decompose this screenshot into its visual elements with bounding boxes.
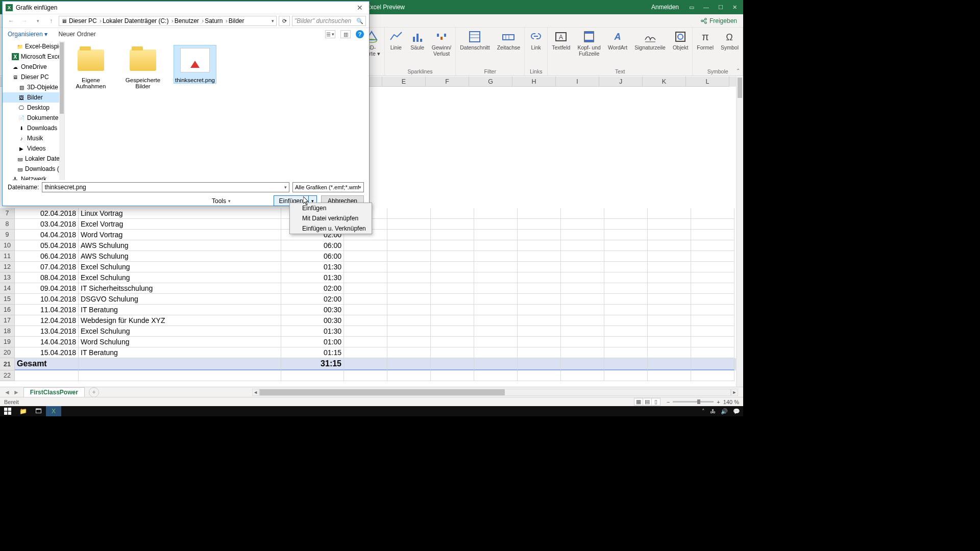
table-row[interactable]: 1308.04.2018Excel Schulung01:30 (0, 272, 736, 283)
nav-back-icon[interactable]: ← (6, 17, 17, 24)
table-row[interactable]: 1207.04.2018Excel Schulung01:30 (0, 262, 736, 272)
address-bar[interactable]: 🖥 Dieser PCLokaler Datenträger (C:)Benut… (59, 16, 277, 26)
menu-item[interactable]: Einfügen (290, 203, 372, 213)
table-row[interactable]: 1510.04.2018DSGVO Schulung02:00 (0, 294, 736, 305)
column-header[interactable]: G (469, 77, 512, 87)
column-header[interactable]: L (686, 77, 729, 87)
window-maximize-icon[interactable]: ☐ (718, 4, 723, 11)
textbox-icon[interactable]: ATextfeld (552, 30, 570, 57)
tree-item[interactable]: 📄Dokumente (3, 113, 64, 123)
window-close-icon[interactable]: ✕ (732, 4, 737, 11)
horizontal-scrollbar[interactable]: ◄► (252, 389, 738, 396)
start-button[interactable] (0, 406, 15, 416)
file-item[interactable]: thinksecret.png (174, 45, 216, 83)
breadcrumb-item[interactable]: Benutzer (175, 17, 205, 24)
file-list[interactable]: Eigene AufnahmenGespeicherte Bilderthink… (65, 41, 369, 180)
tree-item[interactable]: 🖵Desktop (3, 103, 64, 113)
view-layout-icon[interactable]: ▤ (643, 398, 652, 406)
organize-menu[interactable]: Organisieren ▾ (8, 31, 47, 38)
taskbar-app-icon[interactable]: 🗔 (31, 406, 46, 416)
link-icon[interactable]: Link (529, 30, 543, 51)
search-input[interactable]: "Bilder" durchsuchen🔍 (292, 16, 366, 26)
sheet-tab[interactable]: FirstClassPower (23, 387, 85, 397)
folder-item[interactable]: Eigene Aufnahmen (70, 45, 112, 89)
table-row[interactable]: 1712.04.2018Webdesign für Kunde XYZ00:30 (0, 315, 736, 326)
view-mode-button[interactable]: ☰▾ (325, 30, 335, 38)
signature-icon[interactable]: Signaturzeile (634, 30, 666, 57)
wordart-icon[interactable]: AWordArt (608, 30, 627, 57)
breadcrumb-item[interactable]: Lokaler Datenträger (C:) (103, 17, 175, 24)
signin-link[interactable]: Anmelden (651, 4, 679, 11)
window-minimize-icon[interactable]: — (703, 4, 709, 11)
taskbar-explorer-icon[interactable]: 📁 (15, 406, 31, 416)
dialog-close-icon[interactable]: ✕ (354, 4, 366, 12)
winloss-icon[interactable]: Gewinn/Verlust (432, 30, 452, 57)
breadcrumb-item[interactable]: Dieser PC (69, 17, 103, 24)
view-normal-icon[interactable]: ▦ (634, 398, 643, 406)
share-button[interactable]: Freigeben (700, 17, 737, 24)
breadcrumb-item[interactable]: Bilder (229, 17, 247, 24)
table-row[interactable]: 1106.04.2018AWS Schulung06:00 (0, 251, 736, 262)
column-header[interactable]: E (382, 77, 426, 87)
add-sheet-button[interactable]: ＋ (89, 387, 99, 397)
tree-item[interactable]: 🖴Downloads (\\vt (3, 164, 64, 174)
tree-item[interactable]: 🖧Netzwerk (3, 174, 64, 180)
filename-input[interactable]: thinksecret.png▾ (42, 182, 289, 192)
tree-item[interactable]: 📁Excel-Beispiele (3, 41, 64, 52)
folder-item[interactable]: Gespeicherte Bilder (122, 45, 164, 89)
table-row[interactable]: 22 (0, 370, 736, 381)
table-row[interactable]: 1813.04.2018Excel Schulung01:30 (0, 326, 736, 337)
column-header[interactable]: J (599, 77, 643, 87)
column-icon[interactable]: Säule (410, 30, 425, 57)
tree-item[interactable]: ⬇Downloads (3, 123, 64, 133)
tree-item[interactable]: 🖼Bilder (3, 92, 64, 103)
slicer-icon[interactable]: Datenschnitt (460, 30, 489, 51)
sheet-nav-prev-icon[interactable]: ◄ (4, 389, 10, 396)
tree-item[interactable]: 🖴Lokaler Datenträ (3, 154, 64, 164)
tree-item[interactable]: ♪Musik (3, 133, 64, 143)
view-break-icon[interactable]: ▯ (651, 398, 660, 406)
tools-menu[interactable]: Tools ▾ (212, 197, 231, 205)
table-row[interactable]: 1005.04.2018AWS Schulung06:00 (0, 240, 736, 251)
dialog-titlebar[interactable]: XGrafik einfügen ✕ (3, 2, 369, 14)
menu-item[interactable]: Mit Datei verknüpfen (290, 213, 372, 223)
tree-item[interactable]: ☁OneDrive (3, 62, 64, 72)
tray-network-icon[interactable]: 🖧 (710, 408, 716, 414)
breadcrumb-item[interactable]: Saturn (205, 17, 229, 24)
tray-volume-icon[interactable]: 🔊 (721, 408, 728, 415)
tree-item[interactable]: ▶Videos (3, 143, 64, 154)
vertical-scrollbar[interactable] (736, 77, 743, 387)
column-header[interactable]: H (512, 77, 556, 87)
column-header[interactable]: F (426, 77, 469, 87)
tray-expand-icon[interactable]: ˄ (702, 408, 705, 415)
header-footer-icon[interactable]: Kopf- undFußzeile (577, 30, 601, 57)
tree-scrollbar[interactable] (59, 41, 64, 180)
window-ribbon-options-icon[interactable]: ▭ (689, 4, 694, 11)
zoom-slider[interactable] (673, 401, 714, 403)
collapse-ribbon-icon[interactable]: ⌃ (736, 68, 740, 73)
equation-icon[interactable]: πFormel (697, 30, 714, 51)
line-icon[interactable]: Linie (389, 30, 403, 57)
zoom-in-icon[interactable]: + (717, 399, 720, 405)
preview-pane-button[interactable]: ▥ (340, 30, 351, 38)
table-row[interactable]: 1611.04.2018IT Beratung00:30 (0, 305, 736, 315)
table-row[interactable]: 1914.04.2018Word Schulung01:00 (0, 337, 736, 347)
symbol-icon[interactable]: ΩSymbol (721, 30, 739, 51)
insert-options-menu[interactable]: EinfügenMit Datei verknüpfenEinfügen u. … (289, 203, 372, 234)
new-folder-button[interactable]: Neuer Ordner (58, 31, 95, 38)
nav-up-icon[interactable]: ↑ (45, 17, 57, 24)
tree-item[interactable]: XMicrosoft Excel (3, 52, 64, 62)
sheet-nav-next-icon[interactable]: ► (13, 389, 19, 396)
folder-tree[interactable]: 📁Excel-BeispieleXMicrosoft Excel☁OneDriv… (3, 41, 65, 180)
menu-item[interactable]: Einfügen u. Verknüpfen (290, 223, 372, 234)
tray-notification-icon[interactable]: 💬 (733, 408, 740, 415)
column-header[interactable]: I (556, 77, 599, 87)
filetype-filter[interactable]: Alle Grafiken (*.emf;*.wmf;*.jpg▾ (292, 182, 364, 192)
table-row[interactable]: 2015.04.2018IT Beratung01:15 (0, 347, 736, 358)
tree-item[interactable]: ▧3D-Objekte (3, 82, 64, 92)
taskbar-excel-icon[interactable]: X (46, 406, 61, 416)
total-row[interactable]: 21Gesamt31:15 (0, 358, 736, 370)
tree-item[interactable]: 🖥Dieser PC (3, 72, 64, 82)
nav-history-icon[interactable]: ▾ (32, 18, 43, 23)
table-row[interactable]: 1409.04.2018IT Sicherheitsschulung02:00 (0, 283, 736, 294)
